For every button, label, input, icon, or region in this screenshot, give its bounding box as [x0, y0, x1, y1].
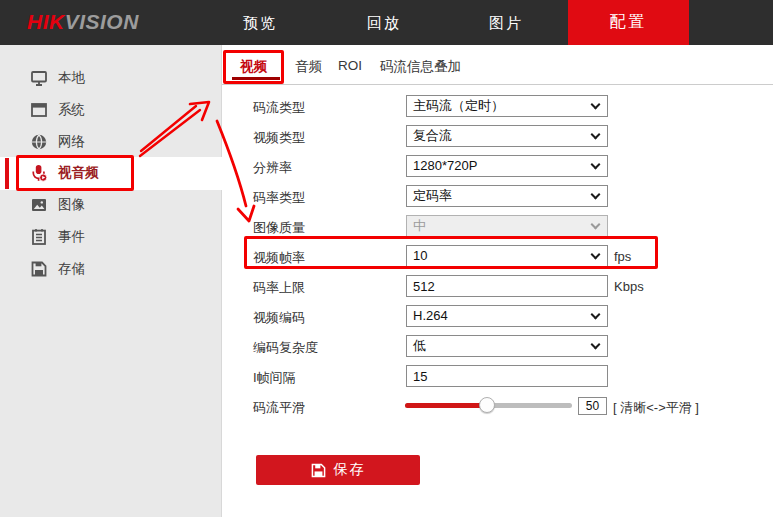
- active-tab-underline: [232, 77, 280, 80]
- stream-smoothing-slider[interactable]: [405, 403, 572, 408]
- image-quality-select: 中: [406, 215, 608, 237]
- logo-hik-text: HIK: [27, 10, 65, 33]
- resolution-select[interactable]: 1280*720P: [406, 155, 608, 177]
- stream-smoothing-value-box[interactable]: [578, 397, 607, 415]
- frame-rate-value: 10: [413, 248, 427, 263]
- chevron-down-icon: [591, 220, 601, 230]
- chevron-down-icon: [591, 130, 601, 140]
- image-quality-label: 图像质量: [253, 219, 305, 237]
- bitrate-type-value: 定码率: [413, 188, 452, 203]
- sidebar-item-label: 存储: [58, 260, 85, 278]
- tab-stream-info-overlay[interactable]: 码流信息叠加: [380, 58, 461, 76]
- logo-vision-text: VISION: [65, 10, 139, 33]
- sidebar-item-storage[interactable]: 存储: [0, 253, 222, 285]
- sidebar-item-video-audio[interactable]: 视音频: [0, 157, 222, 189]
- sidebar-item-image[interactable]: 图像: [0, 189, 222, 221]
- max-bitrate-label: 码率上限: [253, 279, 305, 297]
- sidebar-item-network[interactable]: 网络: [0, 126, 222, 158]
- max-bitrate-input[interactable]: [406, 275, 608, 297]
- video-encoding-label: 视频编码: [253, 309, 305, 327]
- video-type-label: 视频类型: [253, 129, 305, 147]
- bitrate-type-label: 码率类型: [253, 189, 305, 207]
- stream-smoothing-hint: [ 清晰<->平滑 ]: [613, 399, 699, 417]
- video-encoding-select[interactable]: H.264: [406, 305, 608, 327]
- tab-audio[interactable]: 音频: [295, 58, 322, 76]
- topnav-picture[interactable]: 图片: [489, 14, 523, 33]
- storage-icon: [30, 260, 48, 278]
- max-bitrate-unit: Kbps: [614, 279, 644, 294]
- tab-video[interactable]: 视频: [240, 58, 267, 76]
- resolution-label: 分辨率: [253, 159, 292, 177]
- globe-icon: [30, 133, 48, 151]
- bitrate-type-select[interactable]: 定码率: [406, 185, 608, 207]
- video-encoding-value: H.264: [413, 308, 448, 323]
- microphone-icon: [30, 164, 48, 182]
- slider-fill: [405, 403, 487, 408]
- encoding-complexity-select[interactable]: 低: [406, 335, 608, 357]
- slider-thumb[interactable]: [479, 397, 495, 413]
- monitor-icon: [30, 69, 48, 87]
- stream-type-select[interactable]: 主码流（定时）: [406, 95, 608, 117]
- sidebar-item-label: 事件: [58, 228, 85, 246]
- chevron-down-icon: [591, 160, 601, 170]
- iframe-interval-input[interactable]: [406, 365, 608, 387]
- frame-rate-label: 视频帧率: [253, 249, 305, 267]
- topnav-playback[interactable]: 回放: [367, 14, 401, 33]
- top-navbar: HIKVISION 预览 回放 图片 配置: [0, 0, 773, 45]
- topnav-preview[interactable]: 预览: [243, 14, 277, 33]
- sidebar-item-label: 视音频: [58, 164, 99, 182]
- resolution-value: 1280*720P: [413, 158, 477, 173]
- sidebar-item-label: 网络: [58, 133, 85, 151]
- tabbar-divider: [222, 84, 773, 85]
- chevron-down-icon: [591, 310, 601, 320]
- encoding-complexity-value: 低: [413, 338, 426, 353]
- image-icon: [30, 196, 48, 214]
- stream-smoothing-label: 码流平滑: [253, 399, 305, 417]
- hikvision-config-page: HIKVISION 预览 回放 图片 配置 本地 系统 网络: [0, 0, 773, 517]
- chevron-down-icon: [591, 100, 601, 110]
- frame-rate-select[interactable]: 10: [406, 245, 608, 267]
- sidebar: 本地 系统 网络 视音频 图像: [0, 45, 222, 517]
- chevron-down-icon: [591, 190, 601, 200]
- tab-roi[interactable]: ROI: [338, 58, 362, 73]
- image-quality-value: 中: [413, 218, 426, 233]
- stream-type-label: 码流类型: [253, 99, 305, 117]
- chevron-down-icon: [591, 340, 601, 350]
- event-icon: [30, 228, 48, 246]
- stream-type-value: 主码流（定时）: [413, 98, 504, 113]
- video-type-select[interactable]: 复合流: [406, 125, 608, 147]
- sidebar-item-event[interactable]: 事件: [0, 221, 222, 253]
- sidebar-item-label: 图像: [58, 196, 85, 214]
- topnav-configuration[interactable]: 配置: [568, 0, 689, 45]
- sidebar-item-system[interactable]: 系统: [0, 94, 222, 126]
- video-type-value: 复合流: [413, 128, 452, 143]
- sidebar-item-label: 本地: [58, 69, 85, 87]
- frame-rate-unit: fps: [614, 249, 631, 264]
- sidebar-item-local[interactable]: 本地: [0, 62, 222, 94]
- sidebar-item-label: 系统: [58, 101, 85, 119]
- save-icon: [311, 463, 326, 478]
- hikvision-logo: HIKVISION: [27, 10, 139, 34]
- save-button-label: 保存: [334, 461, 366, 479]
- window-icon: [30, 101, 48, 119]
- save-button[interactable]: 保存: [256, 455, 420, 485]
- encoding-complexity-label: 编码复杂度: [253, 339, 318, 357]
- iframe-interval-label: I帧间隔: [253, 369, 296, 387]
- chevron-down-icon: [591, 250, 601, 260]
